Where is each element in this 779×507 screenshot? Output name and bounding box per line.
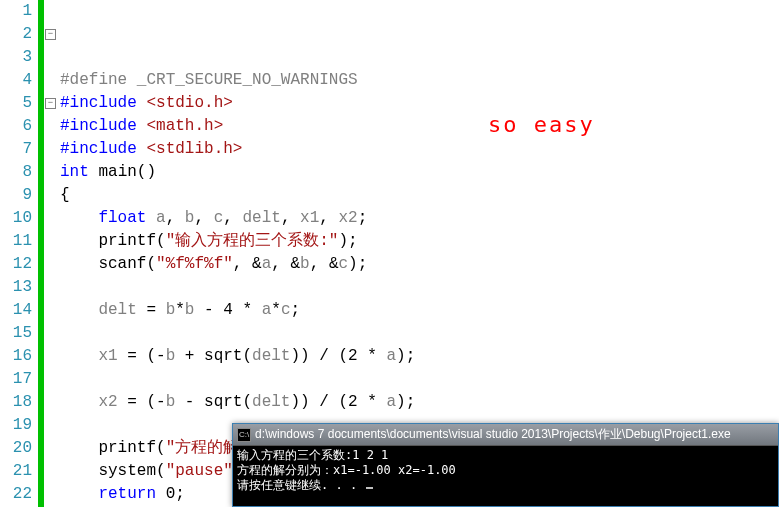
code-line[interactable] xyxy=(60,368,779,391)
line-number: 21 xyxy=(0,460,32,483)
code-line[interactable]: { xyxy=(60,184,779,207)
code-line[interactable]: printf("输入方程的三个系数:"); xyxy=(60,230,779,253)
console-line: 输入方程的三个系数:1 2 1 xyxy=(237,448,774,463)
fold-toggle[interactable]: − xyxy=(45,29,56,40)
console-app-icon: C:\ xyxy=(237,428,251,442)
line-number: 16 xyxy=(0,345,32,368)
line-number: 10 xyxy=(0,207,32,230)
code-line[interactable]: delt = b*b - 4 * a*c; xyxy=(60,299,779,322)
line-number: 8 xyxy=(0,161,32,184)
line-number: 5 xyxy=(0,92,32,115)
line-number: 15 xyxy=(0,322,32,345)
line-number: 13 xyxy=(0,276,32,299)
fold-gutter: −− xyxy=(44,0,58,507)
code-line[interactable]: #define _CRT_SECURE_NO_WARNINGS xyxy=(60,69,779,92)
line-number: 2 xyxy=(0,23,32,46)
code-line[interactable]: #include <stdlib.h> xyxy=(60,138,779,161)
console-cursor xyxy=(366,487,373,489)
console-line: 方程的解分别为：x1=-1.00 x2=-1.00 xyxy=(237,463,774,478)
code-line[interactable] xyxy=(60,322,779,345)
annotation-text: so easy xyxy=(488,113,595,136)
line-number: 9 xyxy=(0,184,32,207)
line-number: 6 xyxy=(0,115,32,138)
line-number: 4 xyxy=(0,69,32,92)
line-number: 3 xyxy=(0,46,32,69)
console-window[interactable]: C:\ d:\windows 7 documents\documents\vis… xyxy=(232,423,779,507)
console-titlebar[interactable]: C:\ d:\windows 7 documents\documents\vis… xyxy=(233,424,778,446)
console-output: 输入方程的三个系数:1 2 1方程的解分别为：x1=-1.00 x2=-1.00… xyxy=(233,446,778,495)
line-number: 19 xyxy=(0,414,32,437)
console-line: 请按任意键继续. . . xyxy=(237,478,774,493)
code-line[interactable]: #include <stdio.h> xyxy=(60,92,779,115)
line-number: 18 xyxy=(0,391,32,414)
code-line[interactable] xyxy=(60,276,779,299)
line-number: 7 xyxy=(0,138,32,161)
console-title: d:\windows 7 documents\documents\visual … xyxy=(255,426,731,443)
line-number: 11 xyxy=(0,230,32,253)
line-number: 12 xyxy=(0,253,32,276)
code-line[interactable]: float a, b, c, delt, x1, x2; xyxy=(60,207,779,230)
line-number: 14 xyxy=(0,299,32,322)
line-number-gutter: 12345678910111213141516171819202122 xyxy=(0,0,38,507)
code-line[interactable]: scanf("%f%f%f", &a, &b, &c); xyxy=(60,253,779,276)
code-line[interactable]: int main() xyxy=(60,161,779,184)
code-line[interactable]: x1 = (-b + sqrt(delt)) / (2 * a); xyxy=(60,345,779,368)
code-line[interactable]: x2 = (-b - sqrt(delt)) / (2 * a); xyxy=(60,391,779,414)
fold-toggle[interactable]: − xyxy=(45,98,56,109)
line-number: 20 xyxy=(0,437,32,460)
line-number: 17 xyxy=(0,368,32,391)
code-line[interactable]: #include <math.h> xyxy=(60,115,779,138)
line-number: 22 xyxy=(0,483,32,506)
line-number: 1 xyxy=(0,0,32,23)
